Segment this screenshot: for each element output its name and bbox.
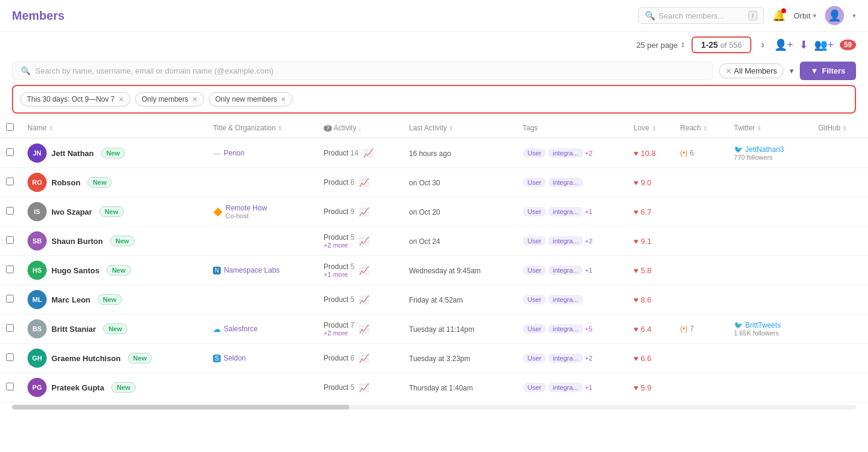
horizontal-scrollbar-thumb[interactable] [12, 405, 349, 410]
member-name[interactable]: Hugo Santos [51, 266, 99, 275]
tag[interactable]: integra... [548, 265, 583, 275]
select-all-checkbox[interactable] [6, 123, 14, 131]
tag[interactable]: integra... [548, 207, 583, 216]
tags-more[interactable]: +2 [585, 237, 593, 245]
activity-chart-button[interactable]: 📈 [362, 147, 374, 159]
tag[interactable]: User [523, 324, 546, 334]
tag[interactable]: User [523, 178, 546, 187]
invite-button[interactable]: 👥+ [814, 38, 834, 51]
search-members-box[interactable]: 🔍 Search members... / [638, 7, 764, 24]
col-reach[interactable]: Reach ⇕ [674, 118, 728, 138]
tag[interactable]: User [523, 353, 546, 363]
tag[interactable]: User [523, 295, 546, 304]
tags-more[interactable]: +1 [585, 208, 593, 215]
tag[interactable]: User [523, 236, 546, 246]
row-checkbox[interactable] [6, 207, 14, 215]
twitter-handle[interactable]: 🐦 JettNathan3 [734, 145, 806, 154]
filter-chip-only-members-close-icon[interactable]: ✕ [192, 96, 197, 103]
tags-more[interactable]: +2 [585, 149, 593, 157]
tags-more[interactable]: +2 [585, 355, 593, 362]
member-name[interactable]: Prateek Gupta [51, 383, 104, 392]
col-twitter[interactable]: Twitter ⇕ [728, 118, 812, 138]
col-checkbox[interactable] [0, 118, 22, 138]
tag[interactable]: integra... [548, 353, 583, 363]
col-org[interactable]: Title & Organization ⇕ [207, 118, 318, 138]
tag[interactable]: integra... [548, 324, 583, 334]
activity-chart-button[interactable]: 📈 [358, 176, 370, 188]
col-love[interactable]: Love ⇕ [628, 118, 674, 138]
row-checkbox[interactable] [6, 295, 14, 303]
tag[interactable]: integra... [548, 236, 583, 246]
twitter-handle[interactable]: 🐦 BrittTweets [734, 321, 806, 329]
download-button[interactable]: ⬇ [799, 38, 808, 51]
orbit-label[interactable]: Orbit ▾ [794, 11, 817, 20]
tag[interactable]: integra... [548, 383, 583, 392]
org-name[interactable]: Namespace Labs [224, 266, 279, 274]
filter-chip-date-close-icon[interactable]: ✕ [118, 96, 124, 103]
member-name[interactable]: Britt Staniar [51, 325, 96, 334]
activity-chart-button[interactable]: 📈 [358, 381, 370, 393]
member-name[interactable]: Graeme Hutchison [51, 354, 121, 363]
avatar-chevron-icon[interactable]: ▾ [852, 12, 856, 20]
col-name[interactable]: Name ⇕ [22, 118, 207, 138]
activity-cell: Product 7 +2 more 📈 [324, 321, 397, 337]
all-members-dropdown-button[interactable]: ▾ [790, 66, 794, 75]
tags-more[interactable]: +1 [585, 267, 593, 274]
member-name[interactable]: Jett Nathan [51, 149, 94, 158]
tag[interactable]: integra... [548, 178, 583, 187]
tags-more[interactable]: +5 [585, 325, 593, 332]
org-name[interactable]: Seldon [224, 354, 246, 362]
tag[interactable]: User [523, 148, 546, 158]
tag[interactable]: User [523, 265, 546, 275]
filter-chip-only-members[interactable]: Only members ✕ [135, 92, 204, 106]
activity-chart-button[interactable]: 📈 [358, 352, 370, 364]
tag[interactable]: User [523, 207, 546, 216]
avatar[interactable]: 👤 [825, 6, 844, 25]
row-checkbox[interactable] [6, 265, 14, 273]
activity-chart-button[interactable]: 📈 [358, 294, 370, 306]
activity-chart-button[interactable]: 📈 [358, 206, 370, 218]
filters-button[interactable]: ▼ Filters [800, 62, 856, 80]
notification-bell[interactable]: 🔔 [772, 9, 785, 22]
col-github[interactable]: GitHub ⇕ [812, 118, 868, 138]
row-checkbox[interactable] [6, 324, 14, 332]
col-activity[interactable]: ?Activity ↓ [318, 118, 403, 138]
row-checkbox[interactable] [6, 383, 14, 390]
col-tags[interactable]: Tags [517, 118, 628, 138]
row-checkbox[interactable] [6, 353, 14, 361]
per-page-selector[interactable]: 25 per page ⇕ [636, 41, 686, 50]
member-name[interactable]: Robson [51, 178, 80, 187]
tag[interactable]: integra... [548, 148, 583, 158]
org-name[interactable]: Perion [224, 149, 245, 157]
add-count-badge[interactable]: 59 [840, 39, 856, 50]
row-checkbox[interactable] [6, 178, 14, 185]
member-name[interactable]: Marc Leon [51, 295, 90, 304]
filter-row: 🔍 Search by name, username, email or dom… [0, 58, 868, 84]
member-avatar: JN [28, 143, 47, 163]
filter-chip-only-new-close-icon[interactable]: ✕ [281, 96, 286, 103]
filter-chip-only-members-label: Only members [142, 95, 188, 103]
org-name[interactable]: Remote How [226, 204, 267, 212]
tag[interactable]: integra... [548, 295, 583, 304]
active-filters-section: This 30 days: Oct 9—Nov 7 ✕ Only members… [12, 85, 856, 114]
add-member-button[interactable]: 👤+ [774, 38, 794, 51]
tag[interactable]: User [523, 383, 546, 392]
org-name[interactable]: Salesforce [224, 325, 258, 333]
all-members-close-icon[interactable]: ✕ [726, 67, 732, 75]
filter-chip-date[interactable]: This 30 days: Oct 9—Nov 7 ✕ [20, 92, 130, 106]
all-members-badge[interactable]: ✕ All Members [719, 63, 784, 78]
member-name[interactable]: Shaun Burton [51, 237, 103, 246]
filter-chip-only-new-members[interactable]: Only new members ✕ [209, 92, 293, 106]
activity-chart-button[interactable]: 📈 [358, 264, 370, 276]
horizontal-scrollbar-track[interactable] [12, 405, 856, 410]
search-members-input-wrap[interactable]: 🔍 Search by name, username, email or dom… [12, 62, 713, 80]
row-checkbox[interactable] [6, 148, 14, 156]
activity-chart-button[interactable]: 📈 [358, 235, 370, 247]
col-last-activity[interactable]: Last Activity ⇕ [403, 118, 517, 138]
tags-more[interactable]: +1 [585, 384, 593, 391]
activity-chart-button[interactable]: 📈 [358, 323, 370, 335]
pagination-next-button[interactable]: › [757, 38, 768, 51]
table-row: BS Britt Staniar New ☁ Salesforce Produc… [0, 314, 868, 344]
member-name[interactable]: Iwo Szapar [51, 207, 92, 216]
row-checkbox[interactable] [6, 236, 14, 244]
